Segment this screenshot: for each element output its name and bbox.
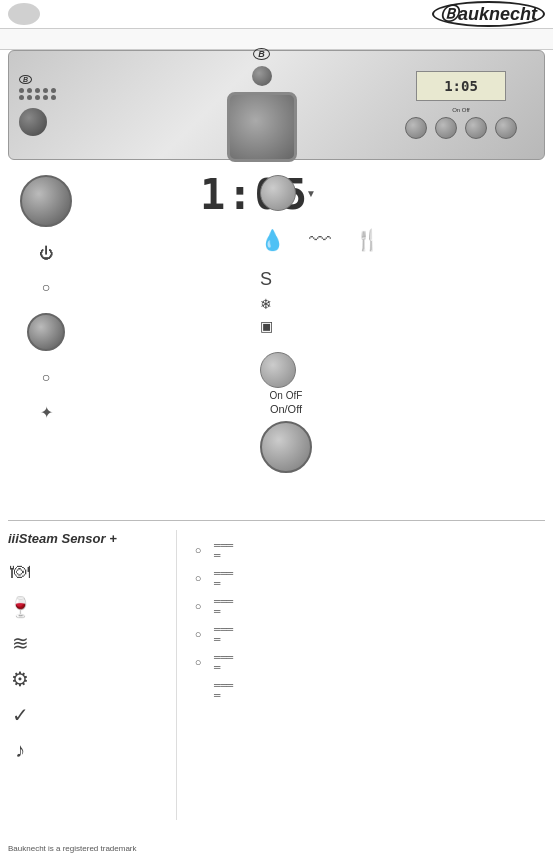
steam-spray-icon: 💧 [260, 228, 285, 252]
legend-area: iiiSteam Sensor + 🍽 🍷 ≋ ⚙ ✓ ♪ ○ ═══ [8, 530, 545, 820]
right-line-5b: ═ [214, 662, 233, 672]
right-line-1a: ═══ [214, 540, 233, 550]
program-selector-knob[interactable] [20, 175, 72, 227]
onoff-extra-label: On OfF [270, 390, 303, 401]
right-icon-3: ○ [188, 600, 208, 612]
right-line-5a: ═══ [214, 652, 233, 662]
plus-star-icon: ✦ [40, 403, 53, 422]
right-controls: ▼ 💧 〰 🍴 S ❄ ▣ [260, 175, 380, 388]
onoff-main-label: On/Off [270, 403, 302, 415]
appliance-image: B B 1:05 On Off [8, 50, 545, 160]
brand-logo-header: Ⓑauknecht [432, 2, 545, 26]
right-line-4b: ═ [214, 634, 233, 644]
brand-name-top: Ⓑauknecht [432, 1, 545, 27]
appliance-door-window [227, 92, 297, 162]
steam-icons-row: 💧 〰 🍴 [260, 227, 380, 253]
appliance-brand-center: B [253, 48, 270, 60]
sound-icon: ♪ [8, 739, 32, 762]
dishes-icon: 🍽 [8, 560, 32, 583]
right-icon-2: ○ [188, 572, 208, 584]
right-text-6: ═══ ═ [214, 680, 233, 700]
right-line-2b: ═ [214, 578, 233, 588]
snowflake-icon: ❄ [260, 296, 273, 312]
dot [19, 95, 24, 100]
right-legend-item-3: ○ ═══ ═ [188, 596, 388, 616]
dot [27, 88, 32, 93]
right-legend-item-6: ═══ ═ [188, 680, 388, 700]
onoff-section: On OfF On/Off [260, 390, 312, 473]
arrow-icon: ○ [42, 369, 50, 385]
legend-divider [176, 530, 177, 820]
legend-right-column: ○ ═══ ═ ○ ═══ ═ ○ [188, 540, 388, 708]
down-icon: ▼ [306, 188, 316, 199]
s-curve-icon: S [260, 269, 273, 290]
temperature-knob[interactable] [27, 313, 65, 351]
appliance-small-knob[interactable] [252, 66, 272, 86]
circle-btn-top[interactable] [260, 175, 296, 211]
right-legend-item-2: ○ ═══ ═ [188, 568, 388, 588]
right-icon-5: ○ [188, 656, 208, 668]
misc-icons-group: S ❄ ▣ [260, 269, 273, 334]
separator-line [8, 520, 545, 521]
dot [43, 95, 48, 100]
appliance-brand-small: B [19, 75, 32, 84]
legend-left-column: 🍽 🍷 ≋ ⚙ ✓ ♪ [8, 560, 168, 774]
appliance-program-knob-small[interactable] [19, 108, 47, 136]
rc-row-1: ▼ [260, 175, 316, 211]
right-legend-item-4: ○ ═══ ═ [188, 624, 388, 644]
right-icon-1: ○ [188, 544, 208, 556]
dot [35, 95, 40, 100]
appliance-left-panel: B [15, 75, 135, 136]
footer: Bauknecht is a registered trademark [8, 844, 137, 853]
legend-item-glass: 🍷 [8, 595, 168, 619]
right-line-4a: ═══ [214, 624, 233, 634]
appliance-buttons-row [405, 117, 517, 139]
wave-icon: ≋ [8, 631, 32, 655]
appliance-display: 1:05 [416, 71, 506, 101]
right-icon-4: ○ [188, 628, 208, 640]
gear-icon: ⚙ [8, 667, 32, 691]
legend-item-check: ✓ [8, 703, 168, 727]
right-line-6a: ═══ [214, 680, 233, 690]
right-line-6b: ═ [214, 690, 233, 700]
appliance-btn-3[interactable] [465, 117, 487, 139]
circle-icon: ○ [42, 279, 50, 295]
right-text-5: ═══ ═ [214, 652, 233, 672]
right-line-3b: ═ [214, 606, 233, 616]
appliance-btn-1[interactable] [405, 117, 427, 139]
appliance-btn-2[interactable] [435, 117, 457, 139]
legend-item-wave: ≋ [8, 631, 168, 655]
right-text-3: ═══ ═ [214, 596, 233, 616]
right-text-2: ═══ ═ [214, 568, 233, 588]
right-legend-item-5: ○ ═══ ═ [188, 652, 388, 672]
right-legend-item-1: ○ ═══ ═ [188, 540, 388, 560]
legend-item-dishes: 🍽 [8, 560, 168, 583]
right-text-1: ═══ ═ [214, 540, 233, 560]
circle-btn-mid[interactable] [260, 352, 296, 388]
label-bar [0, 28, 553, 50]
appliance-right-panel: 1:05 On Off [388, 71, 538, 139]
legend-item-sound: ♪ [8, 739, 168, 762]
top-header: Ⓑauknecht [0, 0, 553, 28]
dot [51, 95, 56, 100]
appliance-btn-4[interactable] [495, 117, 517, 139]
legend-item-gear: ⚙ [8, 667, 168, 691]
dot [35, 88, 40, 93]
right-line-1b: ═ [214, 550, 233, 560]
appliance-onoff-label: On Off [452, 107, 470, 113]
dot [43, 88, 48, 93]
top-oval-decoration [8, 3, 40, 25]
rc-row-2 [260, 352, 296, 388]
power-icon: ⏻ [39, 245, 53, 261]
appliance-dots [19, 88, 57, 100]
dot [51, 88, 56, 93]
right-text-4: ═══ ═ [214, 624, 233, 644]
check-icon: ✓ [8, 703, 32, 727]
appliance-center-panel: B [135, 48, 388, 162]
right-line-3a: ═══ [214, 596, 233, 606]
box-icon: ▣ [260, 318, 273, 334]
dot [27, 95, 32, 100]
onoff-button[interactable] [260, 421, 312, 473]
left-controls: ⏻ ○ ○ ✦ [20, 175, 72, 422]
dot [19, 88, 24, 93]
